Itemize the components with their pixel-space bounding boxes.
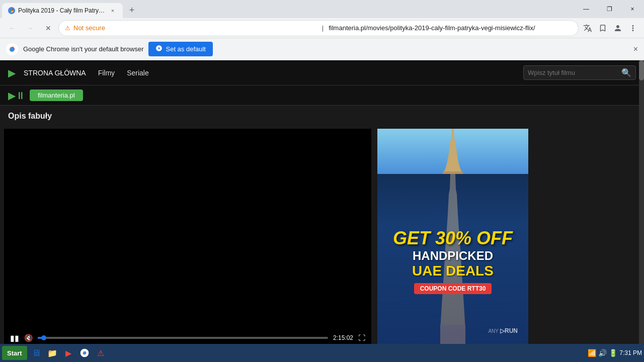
ad-handpicked-text: HANDPICKED xyxy=(385,249,520,263)
taskbar-chrome-icon[interactable] xyxy=(77,346,92,360)
burj-image xyxy=(377,129,528,174)
play-pause-button[interactable]: ▮▮ xyxy=(10,333,19,343)
video-container: ▮▮ 🔇 2:15:02 ⛶ xyxy=(4,129,371,348)
nav-filmy[interactable]: Filmy xyxy=(98,69,115,77)
set-default-icon xyxy=(155,45,163,53)
ad-top-image xyxy=(377,129,528,174)
forward-button[interactable]: → xyxy=(22,20,38,36)
site-nav: STRONA GŁÓWNA Filmy Seriale xyxy=(24,69,515,77)
ad-coupon-label: COUPON CODE xyxy=(420,285,466,292)
taskbar-media-icon[interactable]: ▶ xyxy=(61,346,75,360)
fullscreen-button[interactable]: ⛶ xyxy=(358,334,365,342)
profile-button[interactable] xyxy=(611,21,625,35)
back-button[interactable]: ← xyxy=(4,20,20,36)
tray-network-icon[interactable]: 📶 xyxy=(588,349,596,357)
scrollbar-thumb[interactable] xyxy=(639,60,644,80)
taskbar-warning-icon[interactable]: ⚠ xyxy=(94,346,108,360)
banner-message: Google Chrome isn't your default browser xyxy=(23,45,143,53)
search-icon[interactable]: 🔍 xyxy=(621,68,631,77)
tab-favicon xyxy=(8,7,15,14)
browser-frame: Polityka 2019 - Cały film Patryk... × + … xyxy=(0,0,644,362)
ad-sidebar[interactable]: GET 30% OFF HANDPICKED UAE DEALS COUPON … xyxy=(377,129,528,348)
nav-seriale[interactable]: Seriale xyxy=(127,69,149,77)
default-browser-banner: Google Chrome isn't your default browser… xyxy=(0,38,644,60)
browser-tab[interactable]: Polityka 2019 - Cały film Patryk... × xyxy=(2,3,123,18)
site-header: ▶ STRONA GŁÓWNA Filmy Seriale 🔍 xyxy=(0,60,644,85)
site-logo-icon: ▶ xyxy=(8,67,16,79)
video-player[interactable] xyxy=(4,129,371,328)
taskbar-explorer-icon[interactable]: 📁 xyxy=(45,346,59,360)
content-header: Opis fabuły xyxy=(0,106,644,127)
page-content: ▶ STRONA GŁÓWNA Filmy Seriale 🔍 ▶⏸ filma… xyxy=(0,60,644,362)
search-box: 🔍 xyxy=(523,65,636,80)
svg-point-13 xyxy=(83,352,86,354)
system-clock: 7:31 PM xyxy=(619,349,642,356)
sub-tab-active[interactable]: filmanteria.pl xyxy=(30,89,83,101)
page-scrollbar[interactable] xyxy=(639,60,644,362)
address-bar: ← → ✕ ⚠ Not secure | filmanteria.pl/movi… xyxy=(0,18,644,38)
title-bar-controls: — ❐ × xyxy=(575,0,644,18)
sub-tab-2[interactable] xyxy=(87,93,95,98)
security-label: Not secure xyxy=(73,24,317,32)
search-input[interactable] xyxy=(528,69,618,76)
play-pause-icon[interactable]: ▶⏸ xyxy=(8,89,26,102)
taskbar-ie-icon[interactable]: 🖥 xyxy=(29,346,43,360)
taskbar: Start 🖥 📁 ▶ ⚠ 📶 🔊 🔋 7:31 PM xyxy=(0,344,644,362)
system-tray: 📶 🔊 🔋 7:31 PM xyxy=(588,349,642,357)
url-display[interactable]: filmanteria.pl/movies/polityka-2019-caly… xyxy=(329,24,572,32)
content-title: Opis fabuły xyxy=(8,112,52,120)
ad-off-text: GET 30% OFF xyxy=(385,228,520,249)
progress-bar[interactable] xyxy=(38,337,328,339)
start-button[interactable]: Start xyxy=(2,346,27,360)
minimize-button[interactable]: — xyxy=(575,0,598,18)
tray-battery-icon[interactable]: 🔋 xyxy=(609,349,617,357)
separator: | xyxy=(322,24,324,32)
address-field[interactable]: ⚠ Not secure | filmanteria.pl/movies/pol… xyxy=(58,20,579,36)
security-icon: ⚠ xyxy=(65,25,70,32)
new-tab-button[interactable]: + xyxy=(125,3,139,17)
reload-button[interactable]: ✕ xyxy=(40,20,56,36)
ad-coupon-code: RTT30 xyxy=(467,285,486,292)
close-button[interactable]: × xyxy=(621,0,644,18)
time-display: 2:15:02 xyxy=(333,334,353,341)
chrome-logo-icon xyxy=(6,43,18,55)
menu-button[interactable] xyxy=(626,21,640,35)
progress-fill xyxy=(38,337,44,339)
bookmark-button[interactable] xyxy=(596,21,610,35)
set-default-button[interactable]: Set as default xyxy=(148,42,213,56)
maximize-button[interactable]: ❐ xyxy=(598,0,621,18)
ad-deals-text: UAE DEALS xyxy=(385,263,520,279)
nav-home[interactable]: STRONA GŁÓWNA xyxy=(24,69,86,77)
translate-button[interactable] xyxy=(581,21,595,35)
tab-close-btn[interactable]: × xyxy=(109,7,117,15)
progress-dot xyxy=(41,335,46,340)
ad-main: GET 30% OFF HANDPICKED UAE DEALS COUPON … xyxy=(377,174,528,348)
title-bar: Polityka 2019 - Cały film Patryk... × + … xyxy=(0,0,644,18)
sub-header: ▶⏸ filmanteria.pl xyxy=(0,85,644,106)
set-default-label: Set as default xyxy=(166,45,206,53)
mute-button[interactable]: 🔇 xyxy=(24,334,33,342)
banner-close-button[interactable]: × xyxy=(633,45,638,54)
tray-volume-icon[interactable]: 🔊 xyxy=(598,349,607,357)
tab-title: Polityka 2019 - Cały film Patryk... xyxy=(18,7,106,14)
video-section: ▮▮ 🔇 2:15:02 ⛶ xyxy=(0,127,644,348)
svg-point-3 xyxy=(10,47,14,51)
address-actions xyxy=(581,21,640,35)
